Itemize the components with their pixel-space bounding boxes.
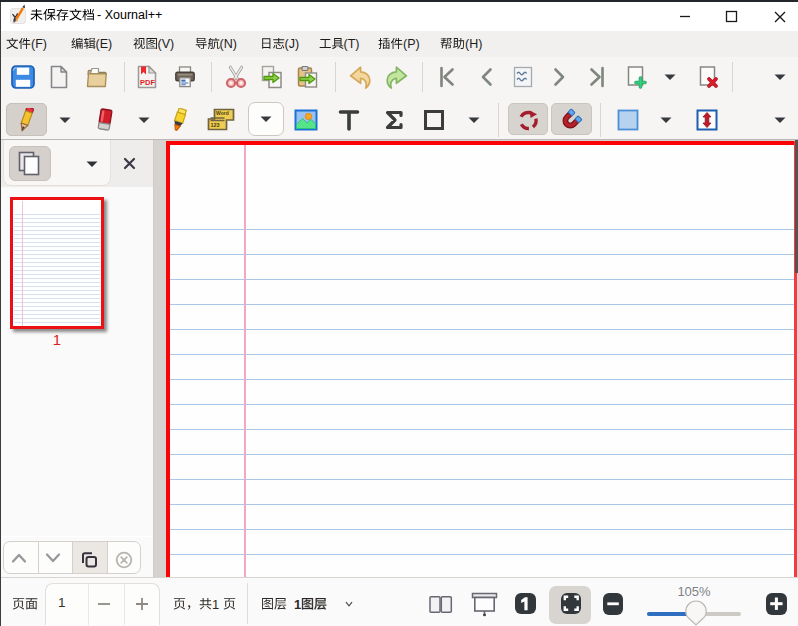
svg-text:123: 123: [211, 122, 220, 128]
svg-text:Word: Word: [216, 110, 229, 116]
svg-text:PDF: PDF: [140, 78, 155, 87]
